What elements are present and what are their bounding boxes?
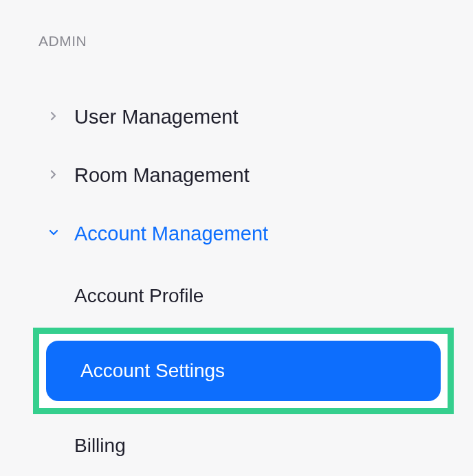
sub-item-account-profile[interactable]: Account Profile (0, 269, 473, 324)
sub-item-billing[interactable]: Billing (0, 418, 473, 473)
nav-item-label: User Management (74, 106, 239, 128)
nav-item-label: Account Management (74, 223, 268, 245)
sub-item-label: Account Profile (74, 285, 204, 306)
sub-nav-list: Account Profile Account Settings Billing (0, 269, 473, 473)
chevron-down-icon (48, 227, 62, 241)
nav-list: User Management Room Management Account … (0, 88, 473, 263)
nav-item-user-management[interactable]: User Management (0, 88, 473, 146)
nav-item-label: Room Management (74, 164, 250, 187)
sub-item-label: Billing (74, 435, 126, 456)
sub-item-account-settings[interactable]: Account Settings (46, 341, 441, 401)
chevron-right-icon (48, 111, 62, 124)
sub-item-label: Account Settings (80, 360, 225, 381)
nav-item-account-management[interactable]: Account Management (0, 205, 473, 263)
nav-item-room-management[interactable]: Room Management (0, 146, 473, 205)
chevron-right-icon (48, 169, 62, 183)
section-header: ADMIN (0, 33, 473, 49)
highlight-box: Account Settings (33, 328, 454, 414)
